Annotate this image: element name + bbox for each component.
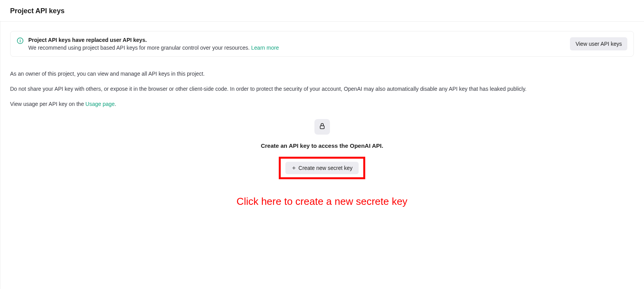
info-banner-left: Project API keys have replaced user API … xyxy=(17,37,565,51)
view-user-api-keys-button[interactable]: View user API keys xyxy=(570,37,627,50)
info-banner: Project API keys have replaced user API … xyxy=(10,31,634,57)
annotation-highlight-box: Create new secret key xyxy=(279,157,365,179)
info-icon xyxy=(17,37,24,44)
learn-more-link[interactable]: Learn more xyxy=(251,45,279,51)
create-button-label: Create new secret key xyxy=(299,165,352,171)
empty-headline: Create an API key to access the OpenAI A… xyxy=(261,142,383,149)
info-banner-title: Project API keys have replaced user API … xyxy=(28,37,279,43)
lock-icon xyxy=(319,123,326,131)
info-text-block: Project API keys have replaced user API … xyxy=(28,37,279,51)
empty-state: Create an API key to access the OpenAI A… xyxy=(10,119,634,208)
body-line-1: As an owner of this project, you can vie… xyxy=(10,70,634,78)
left-border xyxy=(0,21,0,289)
create-new-secret-key-button[interactable]: Create new secret key xyxy=(285,162,359,174)
content-wrap: Project API keys have replaced user API … xyxy=(0,22,644,208)
plus-icon xyxy=(292,166,296,170)
info-banner-desc-text: We recommend using project based API key… xyxy=(28,45,251,51)
body-line-3: View usage per API key on the Usage page… xyxy=(10,100,634,108)
info-banner-desc: We recommend using project based API key… xyxy=(28,45,279,51)
body-line-3-prefix: View usage per API key on the xyxy=(10,101,85,107)
page-title: Project API keys xyxy=(10,7,634,15)
svg-point-2 xyxy=(20,39,21,40)
page-header: Project API keys xyxy=(0,0,644,22)
annotation-text: Click here to create a new secrete key xyxy=(237,196,407,208)
body-line-3-suffix: . xyxy=(115,101,116,107)
body-line-2: Do not share your API key with others, o… xyxy=(10,85,634,93)
body-text-section: As an owner of this project, you can vie… xyxy=(10,70,634,108)
svg-rect-3 xyxy=(320,126,324,129)
usage-page-link[interactable]: Usage page xyxy=(85,101,115,107)
lock-icon-box xyxy=(314,119,330,135)
